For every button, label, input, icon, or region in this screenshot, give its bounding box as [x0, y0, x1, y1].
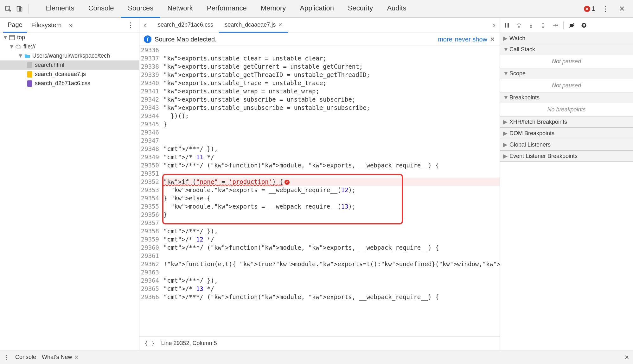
svg-rect-4 [508, 23, 509, 28]
code-line: 29349"cmt">/* 11 */ [139, 153, 500, 161]
code-line: 29341"kw">exports.unstable_wrap = unstab… [139, 87, 500, 95]
tab-audits[interactable]: Audits [380, 0, 413, 18]
pane-global[interactable]: ▶Global Listeners [500, 139, 633, 150]
tab-page[interactable]: Page [3, 18, 27, 33]
tab-filesystem-label: Filesystem [31, 22, 62, 29]
tab-elements[interactable]: Elements [38, 0, 81, 18]
tree-file-html[interactable]: search.html [0, 60, 139, 70]
error-icon: ✕ [584, 6, 590, 12]
step-into-icon[interactable] [527, 22, 535, 29]
code-line: 29340"kw">exports.unstable_trace = unsta… [139, 79, 500, 87]
pane-callstack-label: Call Stack [509, 46, 535, 53]
editor-tab-js[interactable]: search_dcaaeae7.js ✕ [219, 18, 288, 33]
step-over-icon[interactable] [515, 22, 523, 29]
inspect-icon[interactable] [3, 3, 14, 15]
info-more-link[interactable]: more [438, 36, 452, 43]
deactivate-breakpoints-icon[interactable] [568, 22, 576, 29]
step-out-icon[interactable] [539, 22, 547, 29]
pane-breakpoints[interactable]: ▼Breakpoints [500, 92, 633, 103]
tab-sources[interactable]: Sources [121, 0, 160, 18]
code-line: 29358"cmt">/***/ }), [139, 227, 500, 235]
kebab-menu-icon[interactable]: ⋮ [599, 5, 612, 13]
tree-file-html-label: search.html [35, 62, 64, 68]
svg-rect-11 [583, 24, 584, 26]
drawer-whatsnew-label: What's New [42, 354, 72, 361]
tab-network[interactable]: Network [160, 0, 200, 18]
device-toggle-icon[interactable] [14, 3, 25, 15]
code-line: 29363 [139, 268, 500, 276]
info-close-icon[interactable]: ✕ [490, 35, 495, 43]
svg-point-8 [557, 25, 558, 26]
drawer-close-icon[interactable]: ✕ [624, 354, 629, 361]
editor-prev-icon[interactable] [139, 22, 152, 28]
code-line: 29353 "kw">module."kw">exports = __webpa… [139, 186, 500, 194]
code-editor[interactable]: 2933629337"kw">exports.unstable_clear = … [139, 46, 500, 336]
tab-console[interactable]: Console [81, 0, 121, 18]
editor-next-icon[interactable] [487, 22, 500, 28]
error-count[interactable]: ✕ 1 [584, 5, 595, 12]
tree-file-origin[interactable]: ▼ file:// [0, 42, 139, 51]
pause-button[interactable] [503, 22, 511, 29]
pane-global-label: Global Listeners [509, 141, 551, 148]
pane-dom[interactable]: ▶DOM Breakpoints [500, 128, 633, 139]
tree-folder-label: Users/wangrui/workspace/tech [32, 53, 110, 59]
tab-security[interactable]: Security [341, 0, 380, 18]
drawer-console-label: Console [15, 354, 36, 361]
tab-filesystem[interactable]: Filesystem [27, 18, 66, 33]
tree-file-js[interactable]: search_dcaaeae7.js [0, 70, 139, 79]
pane-watch[interactable]: ▶Watch [500, 33, 633, 44]
window-icon [9, 35, 15, 41]
drawer-tab-console[interactable]: Console [15, 354, 36, 361]
editor-tab-close-icon[interactable]: ✕ [278, 22, 282, 28]
drawer-tab-close-icon[interactable]: ✕ [74, 354, 79, 361]
pane-event[interactable]: ▶Event Listener Breakpoints [500, 150, 633, 162]
pane-scope-body: Not paused [500, 79, 633, 92]
tree-top[interactable]: ▼ top [0, 33, 139, 42]
code-line: 29348"cmt">/***/ }), [139, 145, 500, 153]
code-line: 29362!"kw">function(e,t){ "kw">true?"kw"… [139, 260, 500, 268]
editor-tab-js-label: search_dcaaeae7.js [225, 22, 276, 28]
editor-tab-css[interactable]: search_d2b71ac6.css [152, 18, 219, 33]
info-never-link[interactable]: never show [455, 36, 487, 43]
svg-point-10 [582, 23, 586, 28]
code-line: 29357 [139, 219, 500, 227]
tab-performance[interactable]: Performance [200, 0, 254, 18]
tree-file-js-label: search_dcaaeae7.js [35, 71, 86, 78]
code-line: 29350"cmt">/***/ ("kw">function("kw">mod… [139, 161, 500, 169]
file-tree: ▼ top ▼ file:// ▼ Users/wangrui/workspac… [0, 33, 139, 350]
code-line: 29361 [139, 252, 500, 260]
pane-breakpoints-body: No breakpoints [500, 103, 633, 116]
tree-folder[interactable]: ▼ Users/wangrui/workspace/tech [0, 51, 139, 60]
code-line: 29342"kw">exports.unstable_subscribe = u… [139, 95, 500, 104]
code-line: 29344 })(); [139, 112, 500, 120]
tree-file-css[interactable]: search_d2b71ac6.css [0, 79, 139, 88]
code-line: 29356} [139, 210, 500, 219]
pane-scope[interactable]: ▼Scope [500, 68, 633, 79]
drawer-menu-icon[interactable]: ⋮ [4, 354, 10, 361]
pane-scope-label: Scope [509, 70, 526, 77]
cloud-icon [15, 44, 22, 50]
editor-tab-css-label: search_d2b71ac6.css [158, 22, 213, 28]
pane-xhr[interactable]: ▶XHR/fetch Breakpoints [500, 116, 633, 128]
pretty-print-icon[interactable]: { } [144, 340, 155, 347]
drawer-tab-whatsnew[interactable]: What's New✕ [42, 354, 79, 361]
pause-on-exceptions-icon[interactable] [580, 22, 588, 29]
close-devtools-icon[interactable]: ✕ [616, 5, 628, 13]
cursor-position: Line 29352, Column 5 [161, 340, 217, 347]
info-text: Source Map detected. [155, 36, 217, 43]
code-line: 29355 "kw">module."kw">exports = __webpa… [139, 202, 500, 210]
pane-callstack-body: Not paused [500, 55, 633, 68]
tab-application[interactable]: Application [293, 0, 341, 18]
left-pane-menu-icon[interactable]: ⋮ [125, 21, 136, 29]
code-line: 29347 [139, 136, 500, 145]
code-line: 29338"kw">exports.unstable_getCurrent = … [139, 62, 500, 71]
tab-memory[interactable]: Memory [254, 0, 293, 18]
code-line: 29346 [139, 128, 500, 136]
step-icon[interactable] [551, 22, 559, 29]
tabs-overflow-icon[interactable]: » [69, 22, 73, 29]
tree-file-label: file:// [23, 43, 35, 50]
pane-callstack[interactable]: ▼Call Stack [500, 44, 633, 55]
svg-point-7 [542, 27, 543, 28]
pane-watch-label: Watch [509, 35, 525, 42]
twisty-icon: ▼ [3, 34, 7, 41]
